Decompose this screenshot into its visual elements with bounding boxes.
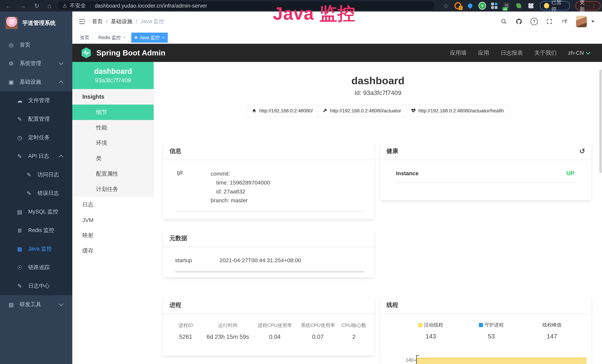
sidebar-item-access-log[interactable]: ✎ 访问日志 — [0, 165, 72, 184]
sba-logo-icon — [80, 47, 92, 59]
sidebar-item-trace[interactable]: ☉ 链路追踪 — [0, 258, 72, 277]
chevron-down-icon — [59, 301, 63, 306]
hamburger-icon[interactable] — [78, 18, 86, 25]
timer-icon: ◷ — [16, 134, 23, 141]
paused-badge[interactable]: 已暂停 — [540, 1, 570, 11]
breadcrumb-home[interactable]: 首页 — [92, 18, 103, 25]
back-icon[interactable]: ← — [5, 2, 11, 10]
sidebar-item-mysql[interactable]: ▤ MySQL 监控 — [0, 203, 72, 221]
side-item-jvm[interactable]: JVM — [72, 212, 154, 228]
breadcrumb: 首页 / 基础设施 / Java 监控 — [92, 18, 164, 25]
locale-select[interactable]: zh-CN — [568, 50, 590, 56]
metadata-card: 元数据 startup 2021-04-27T00:44:31.254+08:0… — [163, 230, 375, 278]
side-item-caches[interactable]: 缓存 — [72, 243, 154, 258]
legend-swatch-daemon — [479, 323, 483, 327]
actuator-url-button[interactable]: http://192.168.0.2:48080/actuator — [318, 105, 406, 117]
row-separator — [177, 211, 366, 212]
extension-grid-icon[interactable] — [491, 2, 498, 9]
font-size-icon[interactable]: TT — [561, 18, 568, 25]
breadcrumb-current: Java 监控 — [140, 18, 164, 25]
extension-green-icon[interactable]: V — [479, 2, 485, 9]
app-logo-row[interactable]: 芋道管理系统 — [0, 11, 72, 34]
update-button[interactable]: 更新 ⋮ — [575, 1, 601, 11]
layers-icon: ≣ — [16, 227, 23, 234]
side-item-classes[interactable]: 类 — [72, 151, 154, 166]
sba-nav-journal[interactable]: 日志报表 — [501, 49, 523, 57]
github-icon[interactable] — [515, 18, 523, 25]
forward-icon[interactable]: → — [20, 2, 26, 10]
info-card: 信息 git commit: time: 1596289704000 id: 2… — [163, 143, 375, 219]
sidebar-item-dev-tools[interactable]: ▧ 研发工具 — [0, 295, 72, 314]
extension-pin-icon[interactable] — [467, 2, 474, 9]
avatar-caret-icon[interactable] — [591, 21, 595, 23]
sidebar-item-log-center[interactable]: ✎ 日志中心 — [0, 277, 72, 295]
side-item-scheduled-tasks[interactable]: 计划任务 — [72, 182, 154, 197]
sidebar-item-config[interactable]: ✎ 配置管理 — [0, 110, 72, 128]
sba-brand[interactable]: Spring Boot Admin — [80, 47, 165, 59]
tag-java[interactable]: Java 监控 × — [131, 33, 168, 43]
chevron-up-icon — [59, 80, 63, 85]
help-icon[interactable]: ? — [530, 18, 538, 25]
side-item-details[interactable]: 细节 — [72, 105, 154, 120]
tag-home[interactable]: 首页 — [76, 33, 93, 43]
process-value-syscpu: 0.07 — [297, 333, 339, 340]
sidebar-item-infra[interactable]: ▣ 基础设施 — [0, 73, 72, 91]
sidebar-item-error-log[interactable]: ✎ 错误日志 — [0, 184, 72, 203]
sidebar-item-java[interactable]: ▩ Java 监控 — [0, 240, 72, 258]
sba-nav-about[interactable]: 关于我们 — [534, 49, 557, 57]
process-header-syscpu: 系统CPU使用率 — [297, 322, 339, 329]
metadata-value: 2021-04-27T00:44:31.254+08:00 — [219, 257, 301, 264]
close-icon[interactable]: × — [123, 35, 126, 40]
sba-nav-wallboard[interactable]: 应用墙 — [450, 49, 466, 57]
extension-badge: 1 — [459, 6, 462, 10]
side-item-logs[interactable]: 日志 — [72, 197, 154, 212]
home-icon[interactable]: ⌂ — [48, 2, 52, 10]
gear-icon: ⚙ — [8, 60, 14, 67]
instance-main: dashboard Id: 93a3fc7f7409 http://192.16… — [154, 62, 602, 364]
health-card: 健康 ↺ Instance UP — [380, 143, 591, 200]
on-badge: on — [502, 7, 508, 11]
extension-orange-icon[interactable]: 1 — [454, 2, 462, 9]
close-icon[interactable]: × — [162, 35, 164, 40]
live-threads-area — [417, 358, 587, 364]
edit-icon: ✎ — [16, 116, 23, 122]
sidebar-item-file[interactable]: ☁ 文件管理 — [0, 91, 72, 110]
side-item-metrics[interactable]: 性能 — [72, 120, 154, 135]
reload-icon[interactable]: ↻ — [34, 2, 40, 10]
page-scrollbar[interactable] — [599, 69, 602, 173]
sidebar-item-system[interactable]: ⚙ 系统管理 — [0, 54, 72, 73]
fullscreen-icon[interactable] — [546, 18, 553, 25]
extension-puzzle-icon[interactable] — [528, 2, 534, 9]
chevron-up-icon — [59, 155, 63, 159]
insights-group-label: Insights — [72, 89, 154, 105]
service-url-button[interactable]: http://192.168.0.2:48080/ — [247, 105, 318, 117]
monitor-icon: ▣ — [8, 79, 14, 85]
sidebar-item-api-log[interactable]: ✎ API 日志 — [0, 147, 72, 165]
sidebar-item-job[interactable]: ◷ 定时任务 — [0, 128, 72, 147]
health-url-button[interactable]: http://192.168.0.2:48080/actuator/health — [406, 105, 509, 117]
address-bar[interactable]: ⚠ 不安全 | dashboard.yudao.iocoder.cn/infra… — [58, 1, 435, 10]
extension-leaf-icon[interactable] — [516, 2, 522, 9]
avatar[interactable] — [576, 16, 587, 27]
info-value: commit: time: 1596289704000 id: 27aa832 … — [211, 169, 270, 205]
side-item-mappings[interactable]: 映射 — [72, 228, 154, 243]
sidebar-item-home[interactable]: ◎ 首页 — [0, 36, 72, 54]
sba-nav-applications[interactable]: 应用 — [478, 49, 489, 57]
side-item-config-props[interactable]: 配置属性 — [72, 166, 154, 182]
screenshot-root: ← → ↻ ⌂ ⚠ 不安全 | dashboard.yudao.iocoder.… — [0, 0, 602, 364]
bookmark-star-icon[interactable]: ☆ — [443, 2, 449, 10]
process-value-pid: 5261 — [169, 333, 203, 340]
breadcrumb-infra[interactable]: 基础设施 — [111, 18, 132, 25]
warning-icon: ⚠ — [63, 3, 67, 9]
side-item-environment[interactable]: 环境 — [72, 135, 154, 151]
tag-redis[interactable]: Redis 监控 × — [95, 33, 129, 43]
extension-switch-icon[interactable]: on — [503, 2, 510, 9]
health-card-title: 健康 — [386, 147, 398, 155]
history-icon[interactable]: ↺ — [579, 148, 585, 155]
home-icon — [252, 108, 257, 113]
sidebar-item-redis[interactable]: ≣ Redis 监控 — [0, 221, 72, 240]
browser-menu-icon[interactable]: ⋮ — [591, 3, 596, 9]
log-icon: ✎ — [26, 171, 32, 178]
search-icon[interactable] — [500, 18, 507, 25]
legend-label-daemon: 守护进程 — [484, 322, 504, 328]
